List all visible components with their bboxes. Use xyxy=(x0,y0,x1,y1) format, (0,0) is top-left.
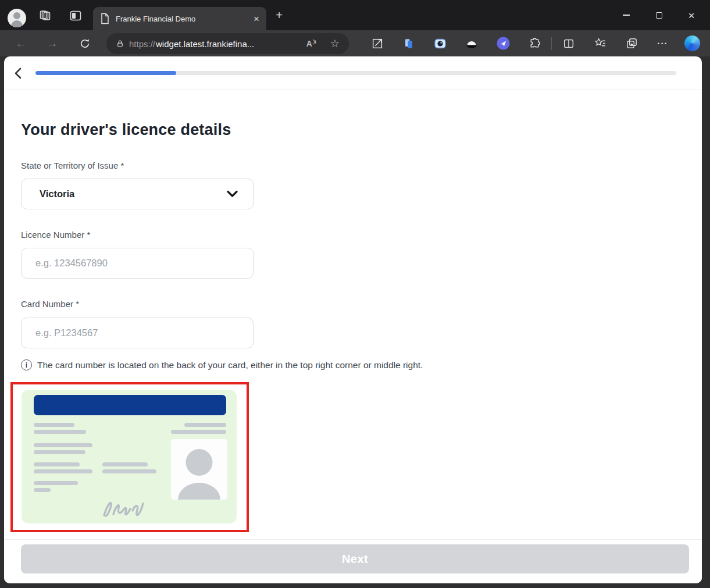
info-icon: i xyxy=(21,359,32,370)
pages-extension-icon[interactable] xyxy=(393,30,424,56)
maximize-button[interactable] xyxy=(643,0,675,30)
favorite-star-icon[interactable]: ☆ xyxy=(330,37,340,50)
maximize-icon xyxy=(656,12,662,19)
licence-card-illustration xyxy=(22,390,237,523)
recorder-extension-icon[interactable] xyxy=(424,30,456,56)
minimize-icon xyxy=(623,15,630,16)
licence-card-header-bar xyxy=(34,395,226,415)
screenshot-extension-icon[interactable] xyxy=(362,30,393,56)
licence-card-text-line xyxy=(34,430,86,434)
state-select-value: Victoria xyxy=(40,188,227,199)
licence-card-text-line xyxy=(34,481,78,485)
new-tab-button[interactable]: + xyxy=(272,8,287,23)
page-title: Your driver's licence details xyxy=(21,119,685,140)
licence-card-text-line xyxy=(34,469,92,473)
licence-card-highlight-frame xyxy=(10,382,249,532)
signature-icon xyxy=(102,497,151,519)
tab-close-icon[interactable]: × xyxy=(254,14,259,24)
licence-card-text-line xyxy=(34,488,51,492)
back-chevron-icon[interactable] xyxy=(13,67,23,80)
read-aloud-icon[interactable]: A xyxy=(306,39,317,48)
licence-card-text-line xyxy=(102,469,156,473)
licence-card-text-line xyxy=(34,423,74,427)
settings-more-icon[interactable]: ••• xyxy=(647,30,679,56)
tab-title: Frankie Financial Demo xyxy=(116,15,248,23)
dome-extension-icon[interactable] xyxy=(456,30,487,56)
page-favicon-icon xyxy=(100,13,110,24)
close-icon: × xyxy=(688,10,694,21)
collections-icon[interactable] xyxy=(616,30,647,56)
form-footer: Next xyxy=(4,539,702,583)
card-number-label: Card Number * xyxy=(21,299,685,309)
workspaces-icon[interactable] xyxy=(38,8,53,23)
minimize-button[interactable] xyxy=(610,0,643,30)
state-label: State or Territory of Issue * xyxy=(21,161,685,171)
vertical-tabs-icon[interactable] xyxy=(68,8,83,23)
lock-icon[interactable] xyxy=(116,38,124,49)
copilot-icon xyxy=(684,35,700,51)
progress-bar-fill xyxy=(35,71,176,75)
avatar-body-shape xyxy=(11,20,23,27)
copilot-button[interactable] xyxy=(679,30,705,56)
navigation-extension-icon[interactable] xyxy=(487,30,519,56)
browser-tab[interactable]: Frankie Financial Demo × xyxy=(93,7,266,30)
form-content: Your driver's licence details State or T… xyxy=(4,119,702,532)
licence-card-photo xyxy=(171,439,227,500)
progress-bar xyxy=(35,71,676,75)
refresh-button[interactable] xyxy=(77,35,93,52)
avatar-head-shape xyxy=(13,12,20,19)
back-button[interactable]: ← xyxy=(13,35,29,52)
profile-avatar-icon[interactable] xyxy=(8,9,26,27)
url-host: widget.latest.frankiefina... xyxy=(156,39,254,49)
wizard-header xyxy=(4,56,702,90)
hint-text: The card number is located on the back o… xyxy=(37,360,423,370)
address-bar-actions: A ☆ xyxy=(306,37,340,50)
toolbar-extensions: ••• xyxy=(362,30,705,56)
favorites-hub-icon[interactable] xyxy=(584,30,616,56)
address-bar[interactable]: https:// widget.latest.frankiefina... A … xyxy=(106,33,349,54)
state-select[interactable]: Victoria xyxy=(21,179,254,209)
licence-number-input[interactable] xyxy=(21,248,254,279)
card-number-input[interactable] xyxy=(21,318,254,348)
next-button[interactable]: Next xyxy=(21,544,689,573)
licence-card-text-line xyxy=(34,443,92,447)
licence-card-text-line xyxy=(171,430,226,434)
licence-card-text-line xyxy=(34,462,80,466)
web-page: Your driver's licence details State or T… xyxy=(4,56,702,583)
licence-card-text-line xyxy=(34,450,85,454)
browser-titlebar: Frankie Financial Demo × + × xyxy=(0,0,710,30)
split-screen-icon[interactable] xyxy=(553,30,584,56)
licence-number-label: Licence Number * xyxy=(21,230,685,240)
browser-toolbar: ← → https:// widget.latest.frankiefina..… xyxy=(0,30,710,56)
card-number-hint: i The card number is located on the back… xyxy=(21,359,685,370)
licence-card-text-line xyxy=(102,462,148,466)
window-controls: × xyxy=(610,0,708,30)
licence-card-text-line xyxy=(184,423,226,427)
url-scheme: https:// xyxy=(129,39,155,49)
person-avatar-icon xyxy=(171,439,227,500)
chevron-down-icon xyxy=(227,190,238,198)
forward-button[interactable]: → xyxy=(44,35,60,52)
extensions-puzzle-icon[interactable] xyxy=(519,30,550,56)
close-button[interactable]: × xyxy=(675,0,708,30)
toolbar-separator xyxy=(551,37,552,50)
